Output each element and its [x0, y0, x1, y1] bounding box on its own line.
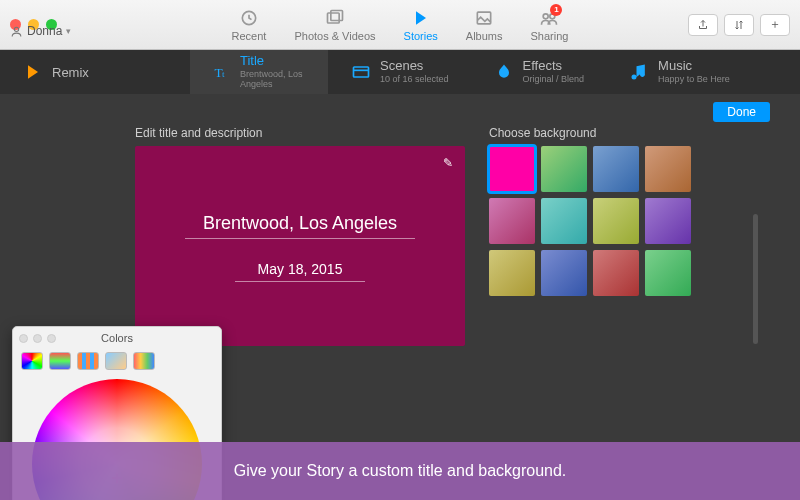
stories-icon: [411, 8, 431, 28]
nav-photos-label: Photos & Videos: [294, 30, 375, 42]
effects-icon: [493, 61, 515, 83]
tab-effects-label: Effects: [523, 59, 585, 74]
caption-text: Give your Story a custom title and backg…: [234, 462, 567, 480]
share-icon: [697, 19, 709, 31]
photos-icon: [325, 8, 345, 28]
music-icon: [628, 61, 650, 83]
nav-recent-label: Recent: [232, 30, 267, 42]
story-date-input[interactable]: May 18, 2015: [235, 259, 365, 282]
nav-recent[interactable]: Recent: [232, 8, 267, 42]
title-card[interactable]: ✎ Brentwood, Los Angeles May 18, 2015: [135, 146, 465, 346]
tab-scenes-sub: 10 of 16 selected: [380, 74, 449, 84]
recent-icon: [239, 8, 259, 28]
titlebar-actions: ＋: [688, 14, 790, 36]
color-picker-header: Colors: [13, 327, 221, 349]
tab-scenes-label: Scenes: [380, 59, 449, 74]
background-option[interactable]: [645, 146, 691, 192]
panel-close-button[interactable]: [19, 334, 28, 343]
remix-icon: [22, 61, 44, 83]
color-image-tab[interactable]: [105, 352, 127, 370]
background-chooser-column: Choose background: [489, 126, 770, 346]
background-option[interactable]: [489, 198, 535, 244]
tab-remix[interactable]: Remix: [0, 50, 190, 94]
background-option[interactable]: [645, 198, 691, 244]
tab-music[interactable]: Music Happy to Be Here: [606, 50, 752, 94]
background-option[interactable]: [541, 146, 587, 192]
svg-rect-3: [331, 10, 343, 20]
window-titlebar: Donna ▾ Recent Photos & Videos Stories A…: [0, 0, 800, 50]
share-button[interactable]: [688, 14, 718, 36]
svg-rect-2: [327, 13, 339, 23]
svg-point-5: [544, 13, 549, 18]
nav-stories-label: Stories: [404, 30, 438, 42]
nav-sharing[interactable]: 1 Sharing: [531, 8, 569, 42]
color-pencils-tab[interactable]: [133, 352, 155, 370]
background-option[interactable]: [593, 250, 639, 296]
editor-tabstrip: Remix Tt Title Brentwood, Los Angeles Sc…: [0, 50, 800, 94]
albums-icon: [474, 8, 494, 28]
sort-icon: [733, 19, 745, 31]
background-option[interactable]: [541, 250, 587, 296]
story-title-input[interactable]: Brentwood, Los Angeles: [185, 211, 415, 239]
nav-albums-label: Albums: [466, 30, 503, 42]
svg-text:t: t: [222, 69, 225, 79]
caption-footer: Give your Story a custom title and backg…: [0, 442, 800, 500]
tab-scenes[interactable]: Scenes 10 of 16 selected: [328, 50, 471, 94]
top-navigation: Recent Photos & Videos Stories Albums 1 …: [232, 8, 569, 42]
sort-button[interactable]: [724, 14, 754, 36]
done-button[interactable]: Done: [713, 102, 770, 122]
background-option[interactable]: [593, 146, 639, 192]
background-option[interactable]: [489, 250, 535, 296]
nav-albums[interactable]: Albums: [466, 8, 503, 42]
background-option[interactable]: [645, 250, 691, 296]
title-editor-column: Edit title and description ✎ Brentwood, …: [135, 126, 465, 346]
tab-remix-label: Remix: [52, 65, 89, 80]
svg-point-0: [14, 27, 18, 31]
done-bar: Done: [0, 94, 800, 126]
tab-effects-sub: Original / Blend: [523, 74, 585, 84]
panel-zoom-button[interactable]: [47, 334, 56, 343]
panel-minimize-button[interactable]: [33, 334, 42, 343]
plus-icon: ＋: [769, 16, 781, 33]
background-scrollbar[interactable]: [753, 214, 758, 344]
title-icon: Tt: [212, 61, 232, 83]
user-name: Donna: [27, 24, 62, 38]
user-icon: [10, 25, 23, 38]
tab-title[interactable]: Tt Title Brentwood, Los Angeles: [190, 50, 328, 94]
chevron-down-icon: ▾: [66, 26, 71, 36]
tab-title-sub: Brentwood, Los Angeles: [240, 69, 306, 90]
content-area: Done Edit title and description ✎ Brentw…: [0, 94, 800, 500]
color-sliders-tab[interactable]: [49, 352, 71, 370]
background-option-selected-color[interactable]: [489, 146, 535, 192]
choose-background-label: Choose background: [489, 126, 770, 140]
background-option[interactable]: [593, 198, 639, 244]
color-wheel-tab[interactable]: [21, 352, 43, 370]
sharing-notification-badge: 1: [550, 4, 562, 16]
tab-effects[interactable]: Effects Original / Blend: [471, 50, 607, 94]
tab-music-label: Music: [658, 59, 730, 74]
nav-sharing-label: Sharing: [531, 30, 569, 42]
nav-stories[interactable]: Stories: [404, 8, 438, 42]
nav-photos-videos[interactable]: Photos & Videos: [294, 8, 375, 42]
scenes-icon: [350, 61, 372, 83]
color-palettes-tab[interactable]: [77, 352, 99, 370]
edit-title-label: Edit title and description: [135, 126, 465, 140]
background-option[interactable]: [541, 198, 587, 244]
edit-pencil-icon[interactable]: ✎: [443, 156, 453, 170]
tab-music-sub: Happy to Be Here: [658, 74, 730, 84]
user-menu[interactable]: Donna ▾: [10, 24, 71, 38]
background-grid: [489, 146, 770, 296]
svg-rect-9: [354, 67, 369, 77]
tab-title-label: Title: [240, 54, 306, 69]
color-picker-title: Colors: [101, 332, 133, 344]
color-picker-mode-tabs: [13, 349, 221, 373]
add-button[interactable]: ＋: [760, 14, 790, 36]
